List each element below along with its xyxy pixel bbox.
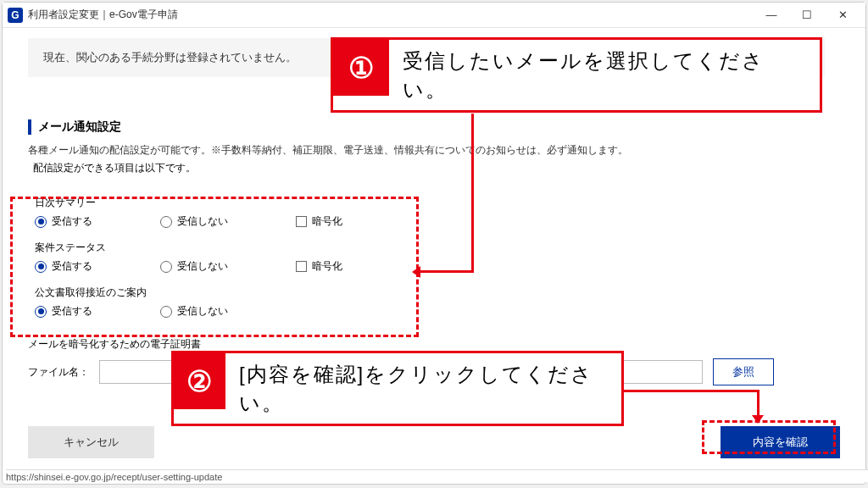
radio-receive[interactable]: 受信する (35, 259, 92, 274)
minimize-button[interactable]: — (754, 3, 789, 27)
radio-icon (35, 306, 47, 318)
group-title: 日次サマリー (35, 196, 420, 210)
group-title: 案件ステータス (35, 241, 420, 255)
radio-noreceive[interactable]: 受信しない (160, 304, 228, 319)
radio-noreceive[interactable]: 受信しない (160, 214, 228, 229)
radio-label: 受信する (52, 304, 92, 319)
radio-label: 受信する (52, 259, 92, 274)
annotation-text-2: [内容を確認]をクリックしてください。 (225, 353, 621, 424)
file-name-label: ファイル名： (28, 365, 89, 380)
radio-noreceive[interactable]: 受信しない (160, 259, 228, 274)
footer-buttons: キャンセル 内容を確認 (28, 426, 840, 458)
radio-icon (160, 261, 172, 273)
browse-button[interactable]: 参照 (713, 358, 774, 385)
radio-icon (35, 261, 47, 273)
checkbox-encrypt[interactable]: 暗号化 (296, 214, 342, 229)
group-document-notice: 公文書取得接近のご案内 受信する 受信しない (35, 286, 420, 319)
checkbox-label: 暗号化 (312, 259, 342, 274)
group-case-status: 案件ステータス 受信する 受信しない 暗号化 (35, 241, 420, 274)
group-title: 公文書取得接近のご案内 (35, 286, 420, 300)
annotation-arrowhead-2 (752, 415, 764, 424)
section-header: メール通知設定 (28, 119, 840, 135)
section-desc2: 配信設定ができる項目は以下です。 (33, 161, 840, 175)
section-desc1: 各種メール通知の配信設定が可能です。※手数料等納付、補正期限、電子送達、情報共有… (28, 143, 840, 158)
annotation-callout-1: ① 受信したいメールを選択してください。 (331, 37, 822, 113)
checkbox-icon (296, 216, 307, 227)
window-controls: — ☐ ✕ (754, 3, 860, 27)
cert-label: メールを暗号化するための電子証明書 (28, 337, 840, 352)
options-area: 日次サマリー 受信する 受信しない 暗号化 (28, 187, 426, 329)
radio-icon (160, 306, 172, 318)
radio-receive[interactable]: 受信する (35, 304, 92, 319)
cancel-button[interactable]: キャンセル (28, 426, 154, 458)
maximize-button[interactable]: ☐ (789, 3, 825, 27)
radio-label: 受信しない (177, 259, 228, 274)
confirm-button[interactable]: 内容を確認 (721, 426, 840, 458)
close-button[interactable]: ✕ (825, 3, 860, 27)
annotation-arrowhead-1 (412, 266, 420, 278)
radio-label: 受信しない (177, 304, 228, 319)
radio-icon (35, 216, 47, 228)
window-title: 利用者設定変更｜e-Gov電子申請 (28, 8, 178, 22)
annotation-text-1: 受信したいメールを選択してください。 (389, 40, 820, 110)
annotation-number-2: ② (174, 353, 225, 409)
annotation-number-1: ① (333, 40, 389, 96)
titlebar: G 利用者設定変更｜e-Gov電子申請 — ☐ ✕ (3, 3, 865, 28)
checkbox-label: 暗号化 (312, 214, 342, 229)
group-daily-summary: 日次サマリー 受信する 受信しない 暗号化 (35, 196, 420, 229)
radio-label: 受信しない (177, 214, 228, 229)
radio-icon (160, 216, 172, 228)
radio-label: 受信する (52, 214, 92, 229)
status-bar: https://shinsei.e-gov.go.jp/recept/user-… (6, 469, 868, 482)
checkbox-encrypt[interactable]: 暗号化 (296, 259, 342, 274)
app-icon: G (8, 8, 23, 23)
checkbox-icon (296, 261, 307, 272)
annotation-callout-2: ② [内容を確認]をクリックしてください。 (171, 351, 624, 426)
radio-receive[interactable]: 受信する (35, 214, 92, 229)
